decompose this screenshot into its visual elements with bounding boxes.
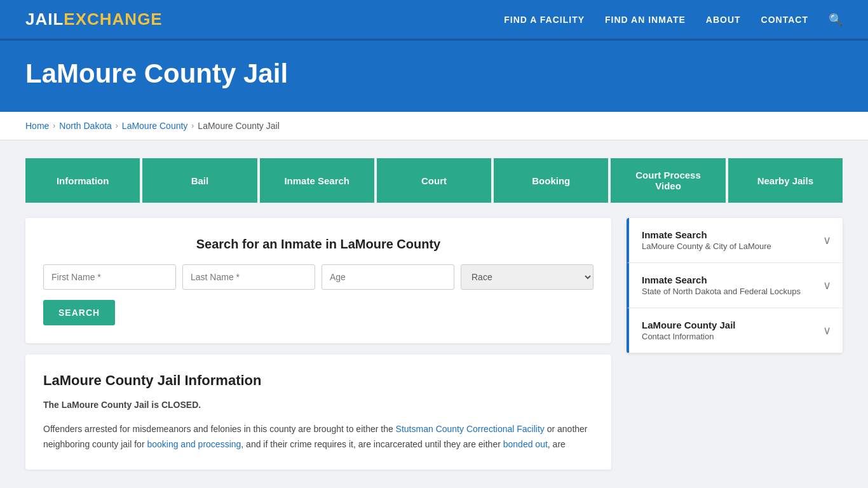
info-body: Offenders arrested for misdemeanors and … <box>43 422 593 452</box>
sidebar-state-search-title: Inmate Search <box>642 274 801 285</box>
inmate-search-box: Search for an Inmate in LaMoure County R… <box>25 218 611 343</box>
sidebar-item-state-inmate-search[interactable]: Inmate Search State of North Dakota and … <box>627 263 843 308</box>
sidebar-item-inmate-search[interactable]: Inmate Search LaMoure County & City of L… <box>627 218 843 263</box>
tab-bail[interactable]: Bail <box>142 158 257 203</box>
sidebar-state-search-text: Inmate Search State of North Dakota and … <box>642 274 801 296</box>
first-name-input[interactable] <box>43 264 176 290</box>
sidebar-inmate-search-subtitle: LaMoure County & City of LaMoure <box>642 241 771 251</box>
hero-section: LaMoure County Jail <box>0 41 868 112</box>
search-fields: Race White Black Hispanic Asian Other <box>43 264 593 290</box>
tabs-bar: Information Bail Inmate Search Court Boo… <box>0 140 868 203</box>
bonded-link[interactable]: bonded out <box>503 439 548 449</box>
sidebar: Inmate Search LaMoure County & City of L… <box>627 218 843 353</box>
booking-link[interactable]: booking and processing <box>147 439 241 449</box>
race-select[interactable]: Race White Black Hispanic Asian Other <box>461 264 593 290</box>
info-title: LaMoure County Jail Information <box>43 372 593 389</box>
sidebar-item-contact[interactable]: LaMoure County Jail Contact Information … <box>627 308 843 353</box>
sidebar-inmate-search-title: Inmate Search <box>642 229 771 240</box>
chevron-down-icon-2: ∨ <box>823 278 831 292</box>
search-icon-button[interactable]: 🔍 <box>829 13 843 27</box>
nav-find-inmate[interactable]: FIND AN INMATE <box>605 15 686 25</box>
nav-about[interactable]: ABOUT <box>706 15 741 25</box>
info-body-text: Offenders arrested for misdemeanors and … <box>43 424 396 434</box>
breadcrumb-home[interactable]: Home <box>25 121 49 131</box>
tab-booking[interactable]: Booking <box>494 158 608 203</box>
tab-inmate-search[interactable]: Inmate Search <box>260 158 374 203</box>
breadcrumb-lamoure-county[interactable]: LaMoure County <box>122 121 188 131</box>
breadcrumb-current: LaMoure County Jail <box>198 121 279 131</box>
breadcrumb-sep-3: › <box>191 121 194 130</box>
sidebar-contact-subtitle: Contact Information <box>642 332 736 341</box>
stutsman-link[interactable]: Stutsman County Correctional Facility <box>396 424 545 434</box>
info-end-text: , and if their crime requires it, are in… <box>241 439 503 449</box>
tab-information[interactable]: Information <box>25 158 140 203</box>
tabs-container: Information Bail Inmate Search Court Boo… <box>25 158 843 203</box>
breadcrumb-sep-2: › <box>116 121 118 130</box>
breadcrumb-sep-1: › <box>53 121 55 130</box>
breadcrumb-north-dakota[interactable]: North Dakota <box>59 121 111 131</box>
search-title: Search for an Inmate in LaMoure County <box>43 237 593 252</box>
logo: JAILEXCHANGE <box>25 10 163 29</box>
breadcrumb: Home › North Dakota › LaMoure County › L… <box>25 121 843 131</box>
content-area: Search for an Inmate in LaMoure County R… <box>25 218 611 470</box>
sidebar-state-search-subtitle: State of North Dakota and Federal Lockup… <box>642 287 801 296</box>
tab-court-process-video[interactable]: Court Process Video <box>611 158 725 203</box>
last-name-input[interactable] <box>182 264 315 290</box>
logo-jail: JAIL <box>25 10 64 29</box>
main-nav: FIND A FACILITY FIND AN INMATE ABOUT CON… <box>504 13 843 27</box>
tab-nearby-jails[interactable]: Nearby Jails <box>728 158 843 203</box>
chevron-down-icon: ∨ <box>823 233 831 247</box>
sidebar-contact-text: LaMoure County Jail Contact Information <box>642 320 736 341</box>
age-input[interactable] <box>322 264 454 290</box>
nav-find-facility[interactable]: FIND A FACILITY <box>504 15 585 25</box>
info-trailing-text: , are <box>548 439 566 449</box>
breadcrumb-bar: Home › North Dakota › LaMoure County › L… <box>0 112 868 140</box>
logo-exchange: EXCHANGE <box>64 10 162 29</box>
nav-contact[interactable]: CONTACT <box>761 15 808 25</box>
tab-court[interactable]: Court <box>377 158 491 203</box>
closed-notice: The LaMoure County Jail is CLOSED. <box>43 398 593 413</box>
sidebar-contact-title: LaMoure County Jail <box>642 320 736 330</box>
page-title: LaMoure County Jail <box>25 58 843 89</box>
main-layout: Search for an Inmate in LaMoure County R… <box>0 203 868 488</box>
chevron-down-icon-3: ∨ <box>823 323 831 337</box>
jail-info-box: LaMoure County Jail Information The LaMo… <box>25 355 611 470</box>
header: JAILEXCHANGE FIND A FACILITY FIND AN INM… <box>0 0 868 41</box>
search-button[interactable]: SEARCH <box>43 300 115 325</box>
sidebar-inmate-search-text: Inmate Search LaMoure County & City of L… <box>642 229 771 251</box>
